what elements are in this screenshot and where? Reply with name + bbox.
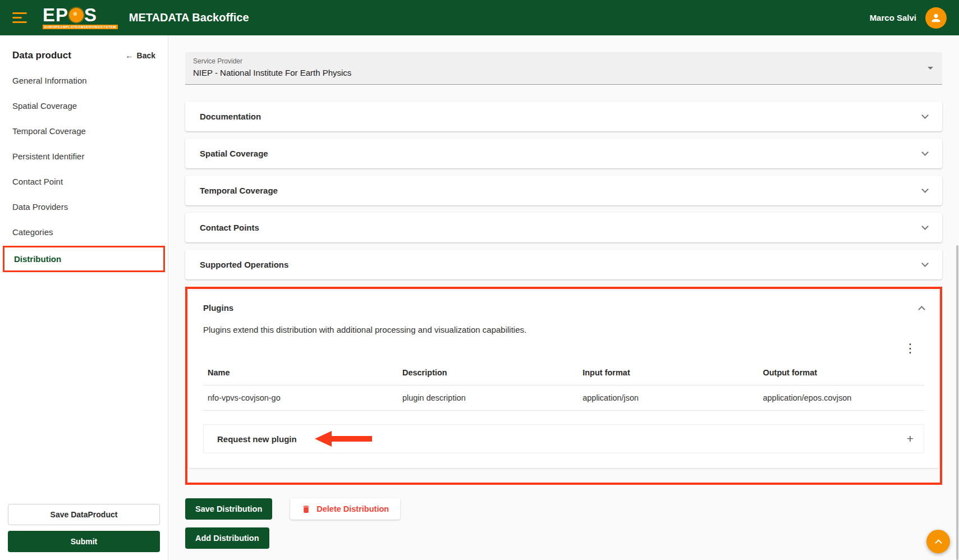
request-new-plugin-row[interactable]: Request new plugin +: [203, 424, 924, 453]
submit-button[interactable]: Submit: [8, 531, 160, 552]
app-window: EP S EUROPEANPLATEOBSERVINGSYSTEM METADA…: [0, 0, 959, 560]
dropdown-caret-icon[interactable]: [928, 67, 933, 70]
annotation-plugins-highlight-box: Plugins Plugins extend this distribution…: [185, 287, 942, 485]
accordion-label: Supported Operations: [200, 260, 288, 269]
column-header-name: Name: [203, 360, 398, 385]
kebab-menu-icon[interactable]: ⋮: [900, 342, 921, 355]
person-icon: [930, 12, 942, 24]
accordion-temporal-coverage[interactable]: Temporal Coverage: [185, 176, 942, 205]
plugins-title: Plugins: [203, 303, 233, 313]
sun-icon: [69, 8, 84, 22]
sidebar-header: Data product ← Back: [0, 50, 168, 68]
back-button[interactable]: ← Back: [126, 51, 155, 60]
back-arrow-icon: ←: [126, 51, 134, 60]
scroll-to-top-button[interactable]: [926, 530, 950, 553]
accordion-label: Temporal Coverage: [200, 186, 278, 195]
accordion-label: Documentation: [200, 112, 261, 121]
column-header-input-format: Input format: [578, 360, 758, 385]
save-dataproduct-button[interactable]: Save DataProduct: [8, 504, 160, 525]
add-distribution-button[interactable]: Add Distribution: [185, 527, 269, 549]
accordion-contact-points[interactable]: Contact Points: [185, 213, 942, 242]
sidebar-nav: General Information Spatial Coverage Tem…: [0, 68, 168, 272]
topbar-right: Marco Salvi: [870, 7, 947, 29]
main-content: Service Provider NIEP - National Institu…: [168, 35, 959, 560]
sidebar-item-contact-point[interactable]: Contact Point: [0, 169, 168, 194]
sidebar-title: Data product: [12, 50, 71, 61]
epos-logo-subtext: EUROPEANPLATEOBSERVINGSYSTEM: [43, 25, 118, 29]
add-plugin-icon[interactable]: +: [907, 433, 914, 444]
chevron-down-icon[interactable]: [921, 186, 929, 193]
plugins-table: Name Description Input format Output for…: [203, 360, 924, 411]
chevron-down-icon[interactable]: [921, 223, 929, 230]
cell-plugin-description: plugin description: [398, 385, 578, 410]
chevron-down-icon[interactable]: [921, 149, 929, 156]
delete-distribution-label: Delete Distribution: [316, 504, 389, 513]
user-name: Marco Salvi: [870, 13, 916, 22]
trash-icon: [301, 504, 311, 514]
plugins-description: Plugins extend this distribution with ad…: [203, 325, 924, 334]
chevron-up-icon[interactable]: [918, 306, 925, 313]
accordion-supported-operations[interactable]: Supported Operations: [185, 250, 942, 279]
cell-plugin-name: nfo-vpvs-covjson-go: [203, 385, 398, 410]
save-distribution-button[interactable]: Save Distribution: [185, 498, 272, 520]
top-bar: EP S EUROPEANPLATEOBSERVINGSYSTEM METADA…: [0, 0, 959, 35]
table-row[interactable]: nfo-vpvs-covjson-go plugin description a…: [203, 385, 924, 411]
menu-icon[interactable]: [12, 12, 27, 23]
delete-distribution-button[interactable]: Delete Distribution: [290, 498, 400, 520]
sidebar-bottom-actions: Save DataProduct Submit: [8, 504, 160, 552]
service-provider-value: NIEP - National Institute For Earth Phys…: [193, 68, 932, 77]
page-title: METADATA Backoffice: [129, 11, 249, 24]
epos-logo-word: EP S: [43, 7, 97, 24]
annotation-distribution-highlight-box: Distribution: [3, 246, 165, 272]
sidebar-item-temporal-coverage[interactable]: Temporal Coverage: [0, 118, 168, 144]
accordion-label: Spatial Coverage: [200, 149, 268, 158]
scrollbar-thumb[interactable]: [956, 245, 958, 560]
plugins-toolbar: ⋮: [203, 334, 924, 358]
back-label: Back: [137, 51, 155, 60]
cell-input-format: application/json: [578, 385, 758, 410]
accordion-plugins[interactable]: Plugins: [203, 303, 924, 313]
sidebar-item-spatial-coverage[interactable]: Spatial Coverage: [0, 93, 168, 118]
plugins-panel: Plugins Plugins extend this distribution…: [189, 291, 939, 468]
epos-logo: EP S EUROPEANPLATEOBSERVINGSYSTEM: [43, 7, 118, 29]
logo-prefix: EP: [43, 7, 68, 24]
sidebar-item-categories[interactable]: Categories: [0, 219, 168, 245]
service-provider-label: Service Provider: [193, 57, 932, 65]
cell-output-format: application/epos.covjson: [758, 385, 924, 410]
column-header-description: Description: [398, 360, 578, 385]
sidebar-item-distribution[interactable]: Distribution: [4, 247, 163, 270]
sidebar-item-data-providers[interactable]: Data Providers: [0, 194, 168, 219]
chevron-up-icon: [935, 539, 942, 547]
chevron-down-icon[interactable]: [921, 260, 929, 267]
sidebar-item-general-information[interactable]: General Information: [0, 68, 168, 93]
annotation-arrow-left: [315, 431, 372, 447]
accordion-documentation[interactable]: Documentation: [185, 102, 942, 131]
user-avatar[interactable]: [925, 7, 947, 29]
accordion-label: Contact Points: [200, 223, 259, 232]
plugins-table-header-row: Name Description Input format Output for…: [203, 360, 924, 385]
sidebar-item-persistent-identifier[interactable]: Persistent Identifier: [0, 144, 168, 169]
distribution-actions: Save Distribution Delete Distribution: [185, 498, 942, 520]
logo-suffix: S: [84, 7, 97, 24]
service-provider-select[interactable]: Service Provider NIEP - National Institu…: [185, 52, 942, 85]
sidebar: Data product ← Back General Information …: [0, 35, 168, 560]
column-header-output-format: Output format: [758, 360, 924, 385]
chevron-down-icon[interactable]: [921, 112, 929, 119]
accordion-spatial-coverage[interactable]: Spatial Coverage: [185, 139, 942, 168]
request-new-plugin-label: Request new plugin: [217, 434, 297, 444]
